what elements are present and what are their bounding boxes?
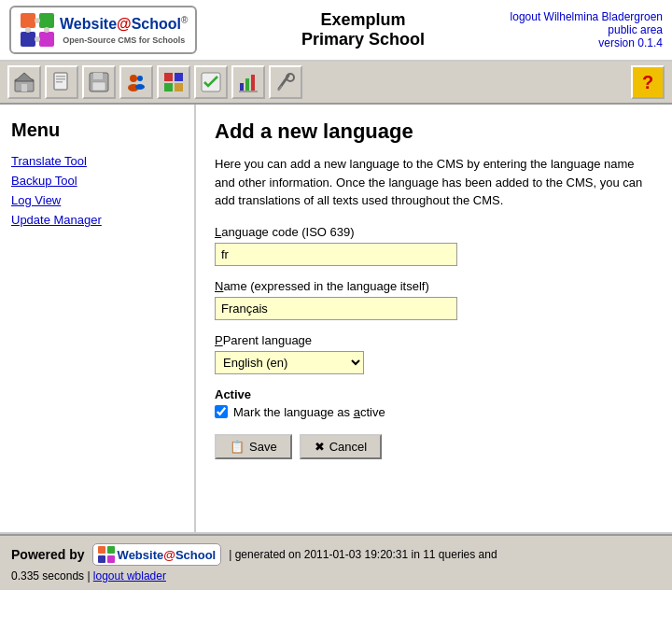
svg-point-4 <box>35 18 40 23</box>
chart-icon <box>238 72 259 92</box>
save-button[interactable]: 📋 Save <box>215 434 292 459</box>
svg-point-18 <box>130 75 137 82</box>
active-check-row: Mark the language as active <box>215 405 653 419</box>
active-section: Active Mark the language as active <box>215 387 653 419</box>
svg-rect-1 <box>39 13 54 28</box>
sidebar-item-update: Update Manager <box>11 213 183 227</box>
svg-rect-2 <box>21 32 35 47</box>
help-button[interactable]: ? <box>631 65 665 99</box>
language-code-input[interactable] <box>215 243 457 266</box>
svg-point-6 <box>44 27 49 33</box>
parent-language-select[interactable]: English (en) French (fr) German (de) Spa… <box>215 351 364 374</box>
log-view-link[interactable]: Log View <box>11 193 61 207</box>
svg-rect-36 <box>98 555 105 563</box>
translate-tool-link[interactable]: Translate Tool <box>11 154 87 168</box>
logo-area: Website@School® Open-Source CMS for Scho… <box>9 6 197 54</box>
footer-generated: | generated on 2011-01-03 19:20:31 in 11… <box>229 548 497 561</box>
user-info: logout Wilhelmina Bladergroen public are… <box>511 10 663 49</box>
puzzle-icon <box>19 11 56 49</box>
toolbar: ? <box>0 62 672 105</box>
svg-rect-10 <box>21 84 27 91</box>
name-input[interactable] <box>215 297 457 320</box>
page-button[interactable] <box>45 65 78 99</box>
sidebar-heading: Menu <box>11 119 183 141</box>
users-icon <box>126 72 147 92</box>
theme-button[interactable] <box>157 65 190 99</box>
user-logout: logout Wilhelmina Bladergroen <box>511 10 663 23</box>
svg-point-21 <box>135 84 145 90</box>
chart-button[interactable] <box>231 65 265 99</box>
tools-button[interactable] <box>269 65 302 99</box>
footer-time: 0.335 seconds | <box>11 569 91 583</box>
svg-rect-24 <box>164 83 173 91</box>
svg-rect-25 <box>175 83 183 91</box>
save-button[interactable] <box>82 65 116 99</box>
svg-marker-9 <box>15 73 34 81</box>
footer-logo: Website@School <box>92 543 222 566</box>
svg-rect-27 <box>240 83 244 91</box>
home-icon <box>14 72 35 92</box>
powered-by-label: Powered by <box>11 547 85 562</box>
parent-language-label: PParent language <box>215 333 653 347</box>
sidebar-item-backup: Backup Tool <box>11 174 183 188</box>
footer: Powered by Website@School | generated on… <box>0 534 672 590</box>
users-button[interactable] <box>119 65 153 99</box>
svg-rect-3 <box>39 32 54 47</box>
svg-rect-37 <box>107 555 115 563</box>
page-icon <box>51 72 72 92</box>
footer-logout-link[interactable]: logout wblader <box>93 569 166 583</box>
save-icon <box>89 72 109 92</box>
language-code-label: Language code (ISO 639) <box>215 225 653 239</box>
header: Website@School® Open-Source CMS for Scho… <box>0 0 672 62</box>
svg-rect-16 <box>93 73 103 79</box>
page-title: Add a new language <box>215 119 653 144</box>
site-logo: Website@School® Open-Source CMS for Scho… <box>9 6 197 54</box>
form-actions: 📋 Save ✖ Cancel <box>215 434 653 459</box>
footer-top: Powered by Website@School | generated on… <box>11 543 661 566</box>
site-title: Exemplum Primary School <box>216 10 510 49</box>
version-label: version 0.1.4 <box>511 36 663 49</box>
svg-point-20 <box>137 76 143 81</box>
active-checkbox[interactable] <box>215 405 228 418</box>
content-area: Add a new language Here you can add a ne… <box>196 105 672 532</box>
footer-logo-icon <box>98 546 115 563</box>
sidebar-item-translate: Translate Tool <box>11 154 183 168</box>
footer-bottom: 0.335 seconds | logout wblader <box>11 569 661 583</box>
parent-language-group: PParent language English (en) French (fr… <box>215 333 653 374</box>
sidebar: Menu Translate Tool Backup Tool Log View… <box>0 105 196 532</box>
language-code-group: Language code (ISO 639) <box>215 225 653 266</box>
svg-rect-29 <box>251 75 255 91</box>
cancel-icon: ✖ <box>315 440 325 454</box>
description-text: Here you can add a new language to the C… <box>215 155 644 210</box>
svg-rect-13 <box>56 78 65 80</box>
svg-rect-12 <box>56 76 65 77</box>
svg-rect-28 <box>245 78 249 91</box>
svg-point-7 <box>35 36 40 42</box>
name-label: Name (expressed in the language itself) <box>215 279 653 293</box>
toolbar-buttons <box>7 65 302 99</box>
svg-rect-35 <box>107 546 115 554</box>
svg-rect-23 <box>175 73 183 81</box>
theme-icon <box>163 72 184 92</box>
sidebar-item-logview: Log View <box>11 193 183 207</box>
svg-point-5 <box>25 27 31 33</box>
tools-icon <box>275 72 296 92</box>
public-area: public area <box>511 23 663 36</box>
main-layout: Menu Translate Tool Backup Tool Log View… <box>0 105 672 534</box>
active-check-label: Mark the language as active <box>233 405 385 419</box>
backup-tool-link[interactable]: Backup Tool <box>11 174 77 188</box>
sidebar-menu: Translate Tool Backup Tool Log View Upda… <box>11 154 183 227</box>
svg-rect-34 <box>98 546 105 554</box>
active-section-label: Active <box>215 387 653 401</box>
checklist-button[interactable] <box>194 65 228 99</box>
cancel-button[interactable]: ✖ Cancel <box>300 434 382 459</box>
svg-rect-17 <box>92 82 105 91</box>
update-manager-link[interactable]: Update Manager <box>11 213 102 227</box>
svg-rect-0 <box>21 13 35 28</box>
home-button[interactable] <box>7 65 41 99</box>
save-icon: 📋 <box>230 440 245 454</box>
svg-rect-22 <box>164 73 173 81</box>
name-group: Name (expressed in the language itself) <box>215 279 653 320</box>
checklist-icon <box>201 72 221 92</box>
svg-rect-14 <box>56 81 63 83</box>
